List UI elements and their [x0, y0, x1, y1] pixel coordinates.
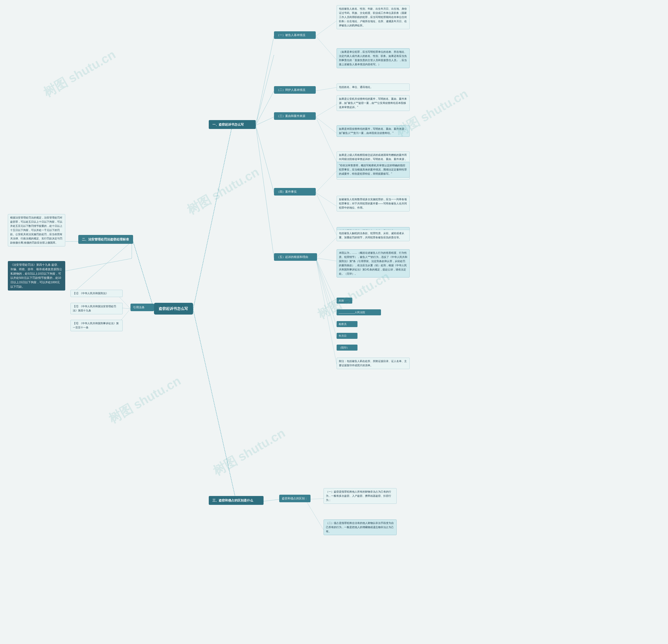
- branch1-sub2-node: （二）辩护人基本情况: [274, 86, 316, 94]
- watermark4: 树图 shutu.cn: [106, 373, 184, 427]
- branch1-sub5-node: （五）起诉的根据和理由: [274, 253, 317, 261]
- svg-line-20: [316, 258, 337, 303]
- branch1-sub1-detail-text: 包括被告人姓名、性别、年龄、出生年月日、出生地、身份证过号码、民族、文化程度、职…: [339, 7, 407, 27]
- branch1-sub1b-detail-text: （如果是单位犯罪，应当写明犯罪单位的名称、所在地址、法定代表人或代表人的姓名、性…: [339, 50, 407, 66]
- branch1-sub1-label: （一）被告人基本情况: [277, 33, 305, 36]
- svg-line-17: [316, 193, 337, 235]
- branch2-law-text: 《治安管理处罚法》第四十九条 盗窃、诈骗、哄抢、掠夺、敲诈或者故意损毁公私财物的…: [11, 263, 62, 288]
- svg-line-18: [316, 238, 337, 258]
- branch1-sub3-detail2: 如果是本院侦查终结的案件，写明姓名、案由、案件来源，如"被告人***贪污一案，由…: [337, 125, 410, 137]
- svg-line-5: [256, 91, 274, 125]
- svg-line-14: [316, 117, 337, 162]
- svg-line-1: [133, 241, 154, 309]
- branch1-sub1-node: （一）被告人基本情况: [274, 31, 316, 39]
- branch3-sub2-text: （二）侵占是指罪犯将合法有的他人财物以非法手段变为自己所有的行为，一般是把他人的…: [326, 522, 394, 533]
- branch2-node: 二、治安管理处罚法盗窃处理标准: [78, 235, 133, 244]
- branch1-sub5-prosecutor-text: 检察员: [339, 323, 347, 326]
- branch1-label: 一、盗窃起诉书怎么写: [212, 123, 244, 126]
- svg-line-2: [193, 309, 236, 501]
- branch2-refs-label-text: 引用法条: [133, 306, 145, 309]
- svg-line-19: [316, 258, 337, 261]
- branch1-sub5-date: 年月日: [337, 333, 358, 339]
- svg-line-10: [316, 36, 337, 60]
- branch1-sub4-node: （四）案件事实: [274, 188, 316, 196]
- branch3-sub1: （一）盗窃是指罪犯将他人所有的财物非法占为己有的行为，一般有多次盗窃、入户盗窃、…: [323, 488, 397, 504]
- branch3-label: 三、盗窃和侵占的区别是什么: [212, 499, 253, 502]
- branch1-sub5-zhici: 此致: [337, 298, 352, 304]
- svg-line-24: [316, 258, 337, 364]
- branch2-ref2-text: 【2】《中华人民共和国治安管理处罚法》第四十九条: [73, 305, 116, 312]
- svg-line-22: [316, 258, 337, 326]
- branch1-sub5-seal: （院印）: [337, 345, 358, 350]
- branch1-sub5-annex-text: 附注：包括被告人羁在处所、所附证据目录、证人名单、主要证据复印件或照片的清单。: [339, 360, 407, 367]
- branch1-sub4-detail1: "经依法审查查明，概括写检察机关审查认定的明确的指控犯罪事实，应当根据具体的案件…: [337, 162, 410, 178]
- branch1-sub4-detail2-text: 如被被告人犯有数罪或多次实施犯罪的，应当一一列举各项犯罪事实；对于共同犯罪的案件…: [339, 198, 407, 209]
- svg-line-4: [256, 55, 274, 125]
- branch1-sub3-node: （三）案由和案件来源: [274, 112, 316, 120]
- branch1-sub5-detail1-text: 包括被告人触犯的法条款、犯罪性质、从轻、减轻或者从重、加重处罚的情节，共同犯罪各…: [339, 232, 404, 239]
- svg-line-26: [71, 241, 132, 295]
- branch2-ref2: 【2】《中华人民共和国治安管理处罚法》第四十九条: [71, 303, 123, 314]
- branch1-sub5-label: （五）起诉的根据和理由: [277, 255, 308, 258]
- branch3-group-label: 盗窃和侵占的区别：: [279, 495, 310, 502]
- branch2-label: 二、治安管理处罚法盗窃处理标准: [82, 238, 129, 241]
- svg-line-34: [305, 499, 323, 530]
- branch1-sub2-label: （二）辩护人基本情况: [277, 88, 305, 91]
- svg-line-3: [256, 36, 274, 125]
- watermark6: 树图 shutu.cn: [210, 425, 288, 480]
- svg-line-13: [316, 117, 337, 133]
- branch1-sub5-detail1: 包括被告人触犯的法条款、犯罪性质、从轻、减轻或者从重、加重处罚的情节，共同犯罪各…: [337, 230, 410, 241]
- branch2-ref1: 【1】《中华人民共和国刑法》: [71, 290, 123, 297]
- branch1-sub2-detail-text: 包括姓名、单位、通讯地址。: [339, 86, 373, 89]
- branch2-detail-text: 根据治安管理处罚法的规定，治安管理处罚对盗窃罪，可以处五日以上十日以下拘留，可以…: [10, 216, 62, 244]
- branch1-sub1-detail: 包括被告人姓名、性别、年龄、出生年月日、出生地、身份证过号码、民族、文化程度、职…: [337, 5, 410, 29]
- watermark2: 树图 shutu.cn: [184, 164, 262, 219]
- branch2-detail: 根据治安管理处罚法的规定，治安管理处罚对盗窃罪，可以处五日以上十日以下拘留，可以…: [8, 214, 65, 246]
- branch3-group-text: 盗窃和侵占的区别：: [282, 497, 308, 500]
- branch2-ref3: 【3】《中华人民共和国刑事诉讼法》第一百百十一条: [71, 320, 123, 331]
- svg-line-16: [316, 193, 337, 206]
- svg-line-15: [316, 171, 337, 193]
- svg-line-21: [316, 258, 337, 315]
- branch1-sub5-detail2-text: 本院认为，……（概括论述被告人行为的危害程度、行为性质、犯罪情节），被告人***…: [339, 251, 407, 275]
- branch1-sub4-label: （四）案件事实: [277, 190, 297, 193]
- branch1-sub5-court: ___________人民法院: [337, 309, 381, 315]
- branch1-sub1b-detail: （如果是单位犯罪，应当写明犯罪单位的名称、所在地址、法定代表人或代表人的姓名、性…: [337, 48, 410, 68]
- branch1-sub5-annex: 附注：包括被告人羁在处所、所附证据目录、证人名单、主要证据复印件或照片的清单。: [337, 358, 410, 369]
- svg-line-9: [316, 21, 337, 36]
- branch1-sub4-detail1-text: "经依法审查查明，概括写检察机关审查认定的明确的指控犯罪事实，应当根据具体的案件…: [339, 164, 407, 175]
- svg-line-11: [316, 88, 337, 91]
- branch2-law-node: 《治安管理处罚法》第四十九条 盗窃、诈骗、哄抢、掠夺、敲诈或者故意损毁公私财物的…: [8, 261, 65, 290]
- branch1-sub5-detail2: 本院认为，……（概括论述被告人行为的危害程度、行为性质、犯罪情节），被告人***…: [337, 249, 410, 278]
- branch1-sub5-zhici-text: 此致: [339, 299, 344, 302]
- svg-line-0: [193, 125, 232, 309]
- branch3-sub2: （二）侵占是指罪犯将合法有的他人财物以非法手段变为自己所有的行为，一般是把他人的…: [323, 520, 397, 535]
- branch1-sub5-prosecutor: 检察员: [337, 321, 358, 327]
- branch1-sub3-detail1: 如果是公安机关侦查终结的案件，写明姓名、案由、案件来源，如"被告人***盗窃一案…: [337, 95, 410, 111]
- svg-line-6: [256, 117, 274, 125]
- branch1-sub3-detail1-text: 如果是公安机关侦查终结的案件，写明姓名、案由、案件来源，如"被告人***盗窃一案…: [339, 98, 407, 109]
- watermark1: 树图 shutu.cn: [41, 46, 119, 101]
- branch2-ref3-text: 【3】《中华人民共和国刑事诉讼法》第一百百十一条: [73, 322, 119, 329]
- branch2-ref1-text: 【1】《中华人民共和国刑法》: [73, 292, 108, 295]
- root-label: 盗窃起诉书怎么写: [159, 306, 188, 311]
- svg-line-23: [316, 258, 337, 338]
- svg-line-28: [63, 258, 132, 271]
- svg-line-8: [256, 125, 274, 258]
- branch1-sub3-label: （三）案由和案件来源: [277, 114, 305, 118]
- branch1-sub5-date-text: 年月日: [339, 334, 347, 337]
- root-node: 盗窃起诉书怎么写: [154, 303, 193, 315]
- branch1-node: 一、盗窃起诉书怎么写: [209, 120, 256, 129]
- branch1-sub4-detail2: 如被被告人犯有数罪或多次实施犯罪的，应当一一列举各项犯罪事实；对于共同犯罪的案件…: [337, 196, 410, 211]
- branch1-sub5-seal-text: （院印）: [339, 346, 349, 349]
- svg-line-32: [263, 499, 279, 501]
- branch2-refs-label: 引用法条: [131, 304, 154, 311]
- branch3-sub1-text: （一）盗窃是指罪犯将他人所有的财物非法占为己有的行为，一般有多次盗窃、入户盗窃、…: [326, 490, 391, 501]
- branch1-sub3-detail2-text: 如果是本院侦查终结的案件，写明姓名、案由、案件来源，如"被告人***贪污一案，由…: [339, 128, 407, 134]
- branch3-node: 三、盗窃和侵占的区别是什么: [209, 496, 263, 505]
- branch1-sub2-detail: 包括姓名、单位、通讯地址。: [337, 84, 410, 91]
- svg-line-12: [316, 104, 337, 117]
- svg-line-7: [256, 125, 274, 193]
- branch1-sub5-court-text: ___________人民法院: [339, 311, 365, 314]
